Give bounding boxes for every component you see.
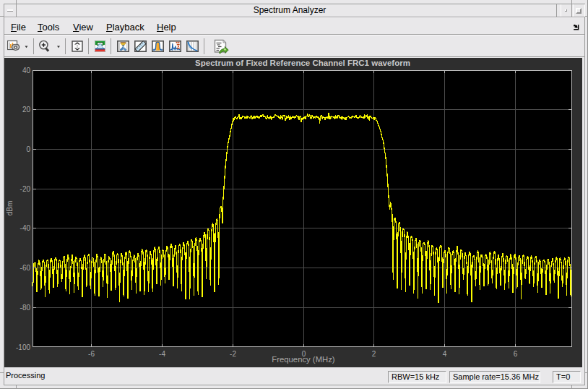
svg-text:dBm: dBm — [6, 201, 14, 216]
svg-text:Spectrum of Fixed Reference Ch: Spectrum of Fixed Reference Channel FRC1… — [195, 59, 410, 67]
svg-text:-20: -20 — [20, 185, 31, 193]
svg-text:-2: -2 — [230, 350, 236, 358]
svg-text:-80: -80 — [20, 304, 31, 312]
svg-text:40: 40 — [22, 67, 31, 74]
svg-text:4: 4 — [443, 350, 447, 358]
svg-text:20: 20 — [22, 106, 31, 114]
svg-text:Frequency (MHz): Frequency (MHz) — [272, 355, 334, 364]
svg-text:-100: -100 — [16, 343, 30, 351]
svg-text:0: 0 — [26, 145, 30, 153]
svg-text:2: 2 — [372, 350, 376, 358]
svg-text:-6: -6 — [88, 350, 95, 358]
svg-text:6: 6 — [514, 350, 518, 358]
svg-text:-40: -40 — [20, 224, 31, 232]
svg-text:-60: -60 — [20, 264, 31, 272]
svg-text:-4: -4 — [159, 350, 165, 358]
